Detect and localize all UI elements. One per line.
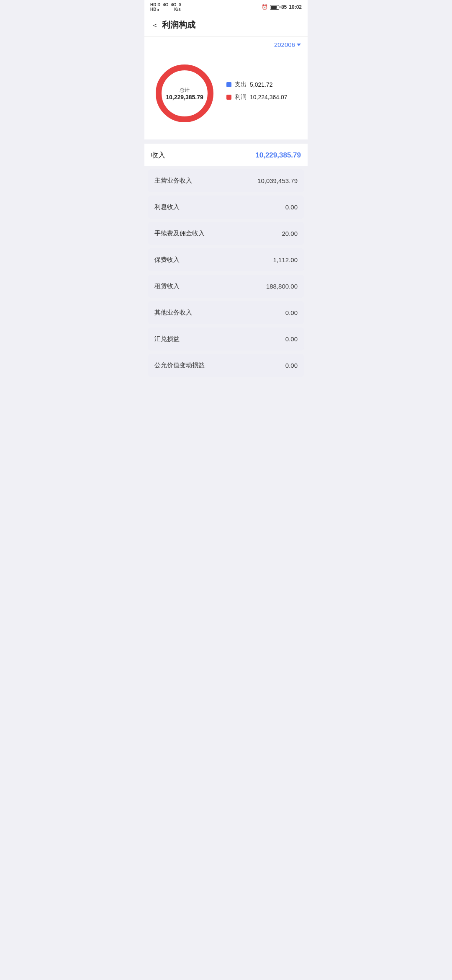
alarm-icon: ⏰ <box>262 4 268 10</box>
item-name: 手续费及佣金收入 <box>154 230 205 237</box>
back-button[interactable]: ＜ <box>151 20 159 30</box>
time: 10:02 <box>289 4 302 10</box>
item-value: 20.00 <box>282 230 298 237</box>
expense-dot <box>226 82 231 87</box>
donut-label: 总计 <box>166 87 203 94</box>
item-name: 主营业务收入 <box>154 177 192 185</box>
chart-legend: 支出 5,021.72 利润 10,224,364.07 <box>218 81 301 106</box>
item-name: 租赁收入 <box>154 282 180 290</box>
item-name: 利息收入 <box>154 203 180 211</box>
income-item[interactable]: 手续费及佣金收入20.00 <box>148 222 304 245</box>
profit-value: 10,224,364.07 <box>250 94 288 101</box>
battery-level: 85 <box>281 4 287 10</box>
item-value: 0.00 <box>285 362 298 369</box>
page-header: ＜ 利润构成 <box>144 13 308 37</box>
item-value: 10,039,453.79 <box>257 177 298 184</box>
income-items-list: 主营业务收入10,039,453.79利息收入0.00手续费及佣金收入20.00… <box>144 169 308 377</box>
item-value: 188,800.00 <box>266 283 298 290</box>
donut-center: 总计 10,229,385.79 <box>166 87 203 101</box>
profit-label: 利润 <box>235 93 247 101</box>
chart-section: 总计 10,229,385.79 支出 5,021.72 利润 10,224,3… <box>144 52 308 139</box>
battery-icon <box>270 5 279 10</box>
legend-item-profit: 利润 10,224,364.07 <box>226 93 301 101</box>
income-item[interactable]: 公允价值变动损益0.00 <box>148 354 304 377</box>
profit-dot <box>226 95 231 100</box>
income-total: 10,229,385.79 <box>255 151 301 160</box>
income-item[interactable]: 租赁收入188,800.00 <box>148 275 304 298</box>
item-value: 0.00 <box>285 309 298 316</box>
income-item[interactable]: 其他业务收入0.00 <box>148 301 304 324</box>
period-row: 202006 <box>144 37 308 52</box>
item-name: 保费收入 <box>154 256 180 264</box>
donut-value: 10,229,385.79 <box>166 94 203 101</box>
item-value: 1,112.00 <box>273 256 298 263</box>
period-value: 202006 <box>274 41 295 48</box>
income-item[interactable]: 汇兑损益0.00 <box>148 328 304 351</box>
donut-chart: 总计 10,229,385.79 <box>151 60 218 127</box>
network-info: HD D 4G 4G 0HD ₂ K/s <box>150 3 181 12</box>
legend-item-expense: 支出 5,021.72 <box>226 81 301 88</box>
item-value: 0.00 <box>285 204 298 211</box>
chevron-down-icon <box>297 44 301 46</box>
expense-value: 5,021.72 <box>250 81 273 88</box>
income-header: 收入 10,229,385.79 <box>144 144 308 166</box>
section-divider <box>144 139 308 144</box>
item-value: 0.00 <box>285 335 298 343</box>
item-name: 公允价值变动损益 <box>154 361 205 369</box>
income-item[interactable]: 利息收入0.00 <box>148 196 304 219</box>
item-name: 汇兑损益 <box>154 335 180 343</box>
status-right: ⏰ 85 10:02 <box>262 4 302 10</box>
income-label: 收入 <box>151 150 165 160</box>
expense-label: 支出 <box>235 81 247 88</box>
income-item[interactable]: 保费收入1,112.00 <box>148 248 304 271</box>
page-title: 利润构成 <box>162 19 195 31</box>
item-name: 其他业务收入 <box>154 309 192 317</box>
status-left: HD D 4G 4G 0HD ₂ K/s <box>150 3 181 12</box>
period-selector[interactable]: 202006 <box>274 41 301 48</box>
status-bar: HD D 4G 4G 0HD ₂ K/s ⏰ 85 10:02 <box>144 0 308 13</box>
income-item[interactable]: 主营业务收入10,039,453.79 <box>148 169 304 192</box>
